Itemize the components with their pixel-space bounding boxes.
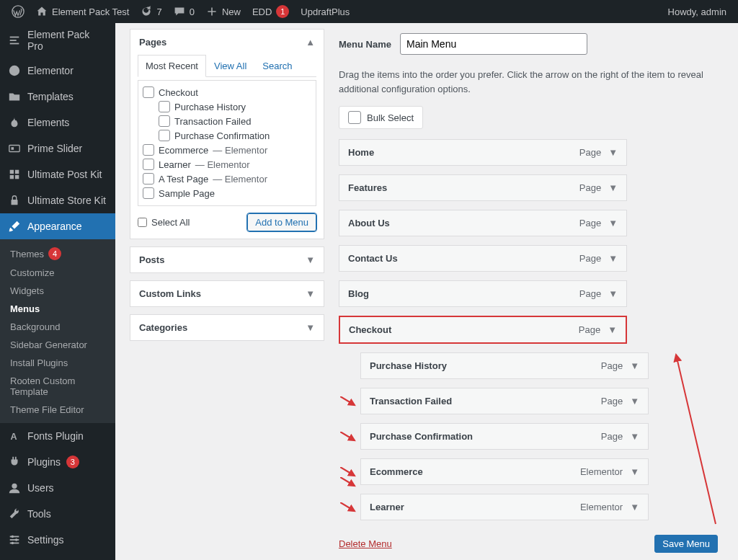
edd-count: 1 [276,5,289,18]
tab-search[interactable]: Search [254,55,300,77]
chevron-down-icon[interactable]: ▼ [608,288,618,299]
chevron-down-icon[interactable]: ▼ [608,218,618,228]
select-all-checkbox[interactable] [138,218,147,227]
menu-item[interactable]: LearnerElementor▼ [360,494,649,520]
submenu-install-plugins[interactable]: Install Plugins [0,354,115,372]
tab-view-all[interactable]: View All [206,55,254,77]
submenu-themes[interactable]: Themes 4 [0,244,115,264]
sidebar-item-elementor[interactable]: Elementor [0,58,115,84]
sidebar-item-users[interactable]: Users [0,475,115,501]
chevron-down-icon[interactable]: ▼ [608,182,618,193]
annotation-arrow-small [340,502,356,512]
tab-most-recent[interactable]: Most Recent [138,55,206,77]
sidebar-item-plugins[interactable]: Plugins 3 [0,449,115,475]
sidebar-item-tools[interactable]: Tools [0,501,115,527]
chevron-down-icon[interactable]: ▼ [608,147,618,158]
menu-item-title: About Us [348,218,390,228]
submenu-background[interactable]: Background [0,318,115,336]
page-checkbox[interactable] [159,130,170,141]
save-menu-button[interactable]: Save Menu [654,535,718,553]
page-list-item[interactable]: Purchase History [143,99,311,114]
svg-point-19 [12,542,14,545]
add-to-menu-button[interactable]: Add to Menu [247,213,316,231]
sidebar-item-ultimate-post-kit[interactable]: Ultimate Post Kit [0,161,115,187]
sidebar-item-settings[interactable]: Settings [0,527,115,553]
sidebar-item-elements[interactable]: Elements [0,110,115,135]
menu-structure: HomePage▼FeaturesPage▼About UsPage▼Conta… [339,139,724,520]
menu-item[interactable]: About UsPage▼ [339,210,627,236]
menu-item[interactable]: Transaction FailedPage▼ [360,388,649,414]
submenu-sidebar-generator[interactable]: Sidebar Generator [0,336,115,354]
menu-item[interactable]: Purchase ConfirmationPage▼ [360,423,649,450]
page-list-item[interactable]: Sample Page [143,186,311,200]
submenu-menus[interactable]: Menus [0,300,115,318]
sidebar-item-fonts-plugin[interactable]: A Fonts Plugin [0,423,115,449]
menu-item-type: Page [579,253,601,264]
chevron-down-icon[interactable]: ▼ [608,324,617,335]
updraftplus-link[interactable]: UpdraftPlus [295,0,355,23]
svg-point-13 [12,484,17,489]
sidebar-item-element-pack-pro[interactable]: Element Pack Pro [0,23,115,58]
edd-link[interactable]: EDD 1 [246,0,295,23]
menu-item[interactable]: CheckoutPage▼ [339,316,627,344]
metabox-custom-links-header[interactable]: Custom Links ▼ [130,281,324,306]
chevron-down-icon[interactable]: ▼ [630,431,639,442]
select-all-pages[interactable]: Select All [138,217,190,228]
submenu-customize[interactable]: Customize [0,264,115,282]
bulk-select-checkbox[interactable] [348,111,361,124]
metabox-pages-header[interactable]: Pages ▲ [130,30,324,55]
site-home-link[interactable]: Element Pack Test [30,0,135,23]
sidebar-item-appearance[interactable]: Appearance [0,213,115,239]
menu-item[interactable]: HomePage▼ [339,139,627,166]
howdy-user[interactable]: Howdy, admin [662,0,732,23]
page-list-item[interactable]: Ecommerce — Elementor [143,143,311,157]
page-checkbox[interactable] [143,159,154,170]
wp-logo-icon[interactable] [6,0,30,23]
menu-item[interactable]: BlogPage▼ [339,280,627,307]
new-content-link[interactable]: New [200,0,246,23]
metabox-posts-header[interactable]: Posts ▼ [130,247,324,272]
delete-menu-link[interactable]: Delete Menu [339,538,392,549]
menu-item[interactable]: Contact UsPage▼ [339,245,627,272]
sidebar-item-prime-slider[interactable]: Prime Slider [0,135,115,161]
metabox-categories-header[interactable]: Categories ▼ [130,315,324,340]
chevron-down-icon[interactable]: ▼ [608,253,618,264]
page-list-item[interactable]: Transaction Failed [143,114,311,128]
submenu-rooten-template[interactable]: Rooten Custom Template [0,372,115,401]
page-list-item[interactable]: A Test Page — Elementor [143,172,311,186]
menu-item[interactable]: EcommerceElementor▼ [360,458,649,485]
svg-rect-1 [10,37,19,38]
bulk-select-toggle[interactable]: Bulk Select [339,106,423,129]
pages-checklist[interactable]: CheckoutPurchase HistoryTransaction Fail… [138,80,316,206]
svg-text:A: A [11,432,17,442]
page-checkbox[interactable] [143,173,154,185]
page-checkbox[interactable] [143,86,154,98]
menu-item[interactable]: Purchase HistoryPage▼ [360,352,649,379]
sidebar-item-ultimate-store-kit[interactable]: Ultimate Store Kit [0,187,115,213]
submenu-widgets[interactable]: Widgets [0,282,115,300]
annotation-arrow-small [340,467,356,477]
page-list-item[interactable]: Purchase Confirmation [143,128,311,143]
chevron-down-icon[interactable]: ▼ [630,502,639,512]
metabox-posts: Posts ▼ [130,246,324,273]
page-checkbox[interactable] [159,115,170,127]
chevron-down-icon[interactable]: ▼ [630,466,639,477]
menu-item-title: Home [348,147,374,158]
refresh-link[interactable]: 7 [135,0,167,23]
page-checkbox[interactable] [143,144,154,156]
menu-name-input[interactable] [400,33,587,55]
chevron-down-icon[interactable]: ▼ [630,396,639,406]
submenu-theme-file-editor[interactable]: Theme File Editor [0,401,115,419]
comments-link[interactable]: 0 [168,0,200,23]
menu-item[interactable]: FeaturesPage▼ [339,174,627,201]
page-list-item[interactable]: Learner — Elementor [143,157,311,172]
menu-item-title: Purchase History [370,360,447,371]
menu-item-type: Page [601,396,623,406]
page-checkbox[interactable] [143,187,154,199]
page-list-item[interactable]: Checkout [143,85,311,99]
refresh-count: 7 [156,6,161,17]
site-title: Element Pack Test [52,6,129,17]
chevron-down-icon[interactable]: ▼ [630,360,639,371]
sidebar-item-templates[interactable]: Templates [0,84,115,110]
page-checkbox[interactable] [159,101,170,112]
